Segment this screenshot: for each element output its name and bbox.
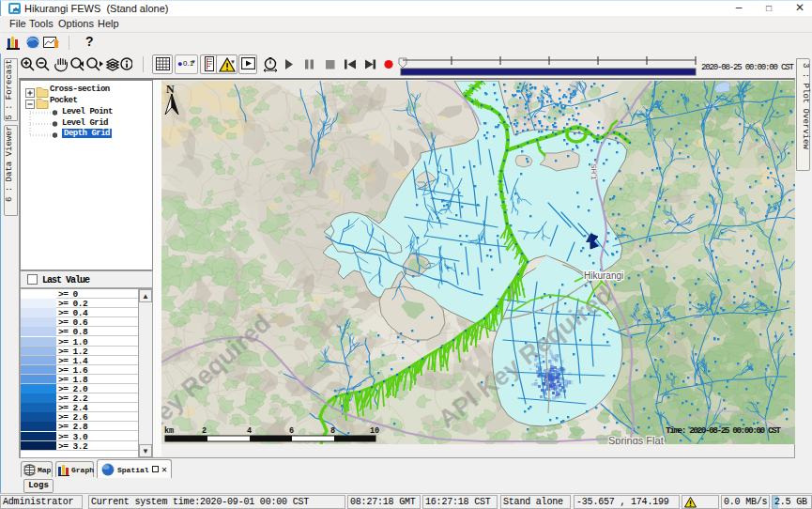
svg-text:Hikurangi: Hikurangi <box>584 270 623 281</box>
svg-text:N: N <box>166 83 175 96</box>
svg-text:2: 2 <box>202 426 207 436</box>
svg-text:10: 10 <box>370 426 379 436</box>
svg-text:km: km <box>164 426 174 436</box>
svg-text:6: 6 <box>289 426 294 436</box>
svg-text:Time: 2020-08-25 00:00:00 CST: Time: 2020-08-25 00:00:00 CST <box>666 425 781 436</box>
svg-text:8: 8 <box>330 426 335 436</box>
svg-text:SH 1: SH 1 <box>590 163 598 180</box>
svg-text:Springs Flat: Springs Flat <box>608 435 664 444</box>
svg-text:4: 4 <box>247 426 252 436</box>
